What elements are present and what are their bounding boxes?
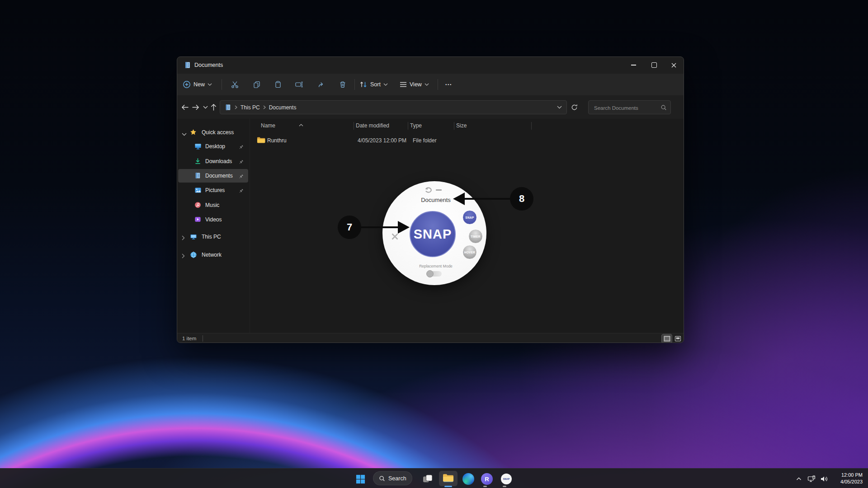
timer-mode-button[interactable]: TIMER bbox=[468, 229, 483, 244]
share-button[interactable] bbox=[314, 77, 329, 92]
column-separator[interactable] bbox=[408, 122, 408, 130]
sidebar-item-desktop[interactable]: Desktop bbox=[178, 140, 248, 153]
forward-button[interactable] bbox=[190, 101, 201, 113]
start-button[interactable] bbox=[353, 471, 368, 487]
sidebar-item-network[interactable]: Network bbox=[178, 248, 248, 262]
sidebar-item-documents[interactable]: Documents bbox=[178, 169, 248, 183]
sidebar-item-quick-access[interactable]: Quick access bbox=[178, 126, 248, 139]
chevron-right-icon[interactable] bbox=[182, 252, 187, 258]
more-options-button[interactable]: ⋯ bbox=[441, 77, 456, 92]
snap-main-button[interactable]: SNAP bbox=[410, 211, 456, 257]
details-view-button[interactable] bbox=[662, 334, 672, 343]
chevron-right-icon[interactable] bbox=[182, 234, 187, 239]
tray-date: 4/05/2023 bbox=[830, 479, 863, 485]
sidebar-item-downloads[interactable]: Downloads bbox=[178, 155, 248, 168]
snap-app-button[interactable]: SNAP bbox=[499, 471, 514, 487]
tray-clock[interactable]: 12:00 PM 4/05/2023 bbox=[830, 472, 863, 485]
network-tray-icon[interactable] bbox=[806, 473, 817, 485]
status-divider bbox=[203, 335, 203, 342]
column-header-size[interactable]: Size bbox=[456, 119, 467, 132]
task-view-button[interactable] bbox=[420, 471, 435, 487]
taskbar-search-label: Search bbox=[388, 475, 406, 482]
running-app-indicator bbox=[503, 486, 506, 487]
edge-icon bbox=[462, 473, 474, 485]
hover-mode-label: HOVER bbox=[464, 251, 476, 254]
view-icon bbox=[400, 81, 407, 88]
sidebar-item-pictures[interactable]: Pictures bbox=[178, 183, 248, 197]
volume-tray-icon[interactable] bbox=[818, 473, 830, 485]
sidebar-item-this-pc[interactable]: This PC bbox=[178, 230, 248, 244]
file-explorer-icon bbox=[443, 473, 454, 483]
breadcrumb-separator-icon bbox=[263, 105, 266, 109]
replacement-mode-toggle[interactable] bbox=[427, 271, 442, 277]
address-bar[interactable]: This PC Documents bbox=[220, 100, 567, 114]
view-label: View bbox=[410, 81, 422, 88]
chevron-down-icon bbox=[425, 83, 429, 86]
details-view-icon bbox=[664, 336, 670, 342]
breadcrumb-documents[interactable]: Documents bbox=[269, 104, 297, 111]
network-icon bbox=[190, 251, 197, 258]
snap-mode-button[interactable]: SNAP bbox=[462, 210, 477, 225]
documents-icon bbox=[225, 104, 231, 111]
minimize-button[interactable] bbox=[623, 57, 644, 73]
sidebar-item-music[interactable]: Music bbox=[178, 198, 248, 212]
back-button[interactable] bbox=[179, 101, 190, 113]
column-separator[interactable] bbox=[354, 122, 354, 130]
file-explorer-taskbar-button[interactable] bbox=[439, 471, 458, 486]
taskbar-search[interactable]: Search bbox=[373, 471, 412, 485]
up-button[interactable] bbox=[208, 101, 219, 113]
separator bbox=[354, 79, 355, 90]
thumbnail-view-button[interactable] bbox=[673, 334, 683, 343]
column-header-date-modified[interactable]: Date modified bbox=[356, 119, 389, 132]
minimize-widget-icon[interactable] bbox=[436, 189, 442, 191]
paste-button[interactable] bbox=[271, 77, 285, 92]
search-icon[interactable] bbox=[660, 104, 667, 113]
separator bbox=[438, 79, 438, 90]
file-row-runthru[interactable]: Runthru 4/05/2023 12:00 PM File folder bbox=[252, 134, 604, 147]
view-button[interactable]: View bbox=[400, 74, 429, 95]
rename-icon bbox=[295, 81, 303, 88]
sidebar-item-videos[interactable]: Videos bbox=[178, 213, 248, 226]
more-options-label: ⋯ bbox=[445, 80, 452, 89]
new-plus-icon bbox=[183, 80, 191, 89]
search-input[interactable] bbox=[593, 101, 658, 115]
close-button[interactable] bbox=[664, 57, 684, 73]
column-separator[interactable] bbox=[531, 122, 532, 130]
hover-mode-button[interactable]: HOVER bbox=[462, 245, 477, 259]
speaker-icon bbox=[820, 475, 828, 483]
new-button[interactable]: New bbox=[183, 74, 212, 95]
runthru-app-button[interactable]: R bbox=[479, 471, 495, 487]
paste-icon bbox=[274, 81, 282, 88]
column-separator[interactable] bbox=[454, 122, 454, 130]
sort-icon bbox=[359, 81, 368, 88]
chevron-down-icon bbox=[203, 106, 208, 109]
edge-button[interactable] bbox=[461, 471, 476, 487]
copy-button[interactable] bbox=[250, 77, 264, 92]
tray-overflow-button[interactable] bbox=[793, 473, 805, 485]
column-header-type[interactable]: Type bbox=[410, 119, 422, 132]
maximize-button[interactable] bbox=[644, 57, 664, 73]
refresh-button[interactable] bbox=[569, 101, 580, 113]
titlebar[interactable]: Documents bbox=[177, 57, 684, 74]
chevron-down-icon[interactable] bbox=[182, 130, 187, 135]
delete-button[interactable] bbox=[335, 77, 350, 92]
breadcrumb-this-pc[interactable]: This PC bbox=[241, 104, 260, 111]
task-view-icon bbox=[423, 474, 433, 483]
folder-icon bbox=[257, 136, 265, 145]
videos-icon bbox=[194, 216, 202, 223]
sort-button[interactable]: Sort bbox=[359, 74, 388, 95]
cut-button[interactable] bbox=[227, 77, 242, 92]
column-header-name[interactable]: Name bbox=[261, 119, 275, 132]
callout-8: 8 bbox=[510, 187, 533, 211]
runthru-app-icon: R bbox=[481, 473, 493, 485]
close-widget-icon[interactable] bbox=[391, 233, 399, 242]
item-count: 1 item bbox=[182, 333, 196, 343]
windows-logo-icon bbox=[355, 474, 366, 484]
file-date-modified: 4/05/2023 12:00 PM bbox=[358, 137, 406, 144]
address-dropdown-icon[interactable] bbox=[557, 106, 562, 109]
chevron-down-icon bbox=[383, 83, 388, 86]
undo-icon[interactable] bbox=[424, 187, 433, 196]
running-app-indicator bbox=[483, 486, 487, 487]
up-icon bbox=[210, 103, 217, 111]
rename-button[interactable] bbox=[292, 77, 307, 92]
